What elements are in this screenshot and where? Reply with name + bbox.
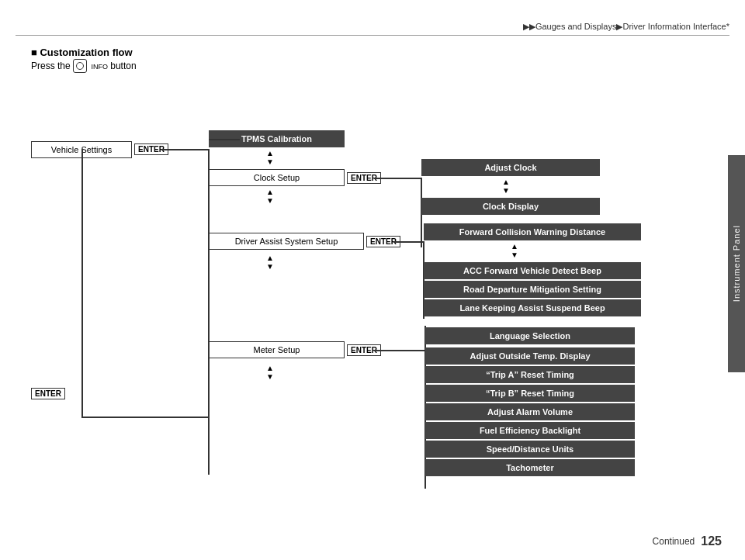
lane-keeping-box: Lane Keeping Assist Suspend Beep <box>424 299 641 316</box>
meter-setup-box: Meter Setup <box>209 341 345 358</box>
breadcrumb-text: ▶▶Gauges and Displays▶Driver Information… <box>523 22 729 32</box>
trip-a-box: “Trip A” Reset Timing <box>425 366 635 383</box>
v-left <box>81 149 83 417</box>
clock-display-box: Clock Display <box>421 198 600 215</box>
footer: Continued 125 <box>653 534 722 548</box>
arrow-3: ▲ ▼ <box>266 254 274 271</box>
fuel-eff-box: Fuel Efficiency Backlight <box>425 422 635 439</box>
h-bottom-left <box>81 417 210 418</box>
speed-dist-box: Speed/Distance Units <box>425 441 635 458</box>
arrow-clock: ▲ ▼ <box>502 178 510 195</box>
side-tab: Instrument Panel <box>728 155 745 372</box>
enter-label-loop: ENTER <box>31 388 65 399</box>
h-tpms <box>209 139 240 140</box>
arrow-4: ▲ ▼ <box>266 365 274 381</box>
acc-fwd-box: ACC Forward Vehicle Detect Beep <box>424 262 641 279</box>
road-departure-box: Road Departure Mitigation Setting <box>424 281 641 298</box>
fwd-collision-box: Forward Collision Warning Distance <box>424 223 641 240</box>
language-box: Language Selection <box>425 327 635 344</box>
flow-diagram: Vehicle Settings ENTER TPMS Calibration … <box>31 78 698 535</box>
press-button-label: Press the INFO button <box>31 60 137 74</box>
continued-text: Continued <box>653 536 695 547</box>
side-tab-label: Instrument Panel <box>732 225 741 302</box>
h-clock <box>374 178 421 179</box>
h-meter <box>374 350 424 351</box>
clock-setup-box: Clock Setup <box>209 169 345 186</box>
page-number: 125 <box>701 534 722 548</box>
info-button-icon <box>73 59 87 73</box>
arrow-1: ▲ ▼ <box>266 150 274 166</box>
arrow-2: ▲ ▼ <box>266 188 274 205</box>
outside-temp-box: Adjust Outside Temp. Display <box>425 347 635 365</box>
trip-b-box: “Trip B” Reset Timing <box>425 385 635 402</box>
breadcrumb: ▶▶Gauges and Displays▶Driver Information… <box>523 22 729 32</box>
h-driver <box>393 241 423 243</box>
adjust-clock-box: Adjust Clock <box>421 159 600 176</box>
h-line-1 <box>161 149 208 150</box>
section-title: ■ Customization flow <box>31 47 137 58</box>
v-line-main <box>208 149 210 475</box>
alarm-vol-box: Adjust Alarm Volume <box>425 403 635 420</box>
tachometer-box: Tachometer <box>425 459 635 476</box>
arrow-driver: ▲ ▼ <box>511 243 518 259</box>
title-section: ■ Customization flow Press the INFO butt… <box>31 47 137 74</box>
header-divider <box>16 35 729 36</box>
driver-assist-box: Driver Assist System Setup <box>209 233 364 250</box>
